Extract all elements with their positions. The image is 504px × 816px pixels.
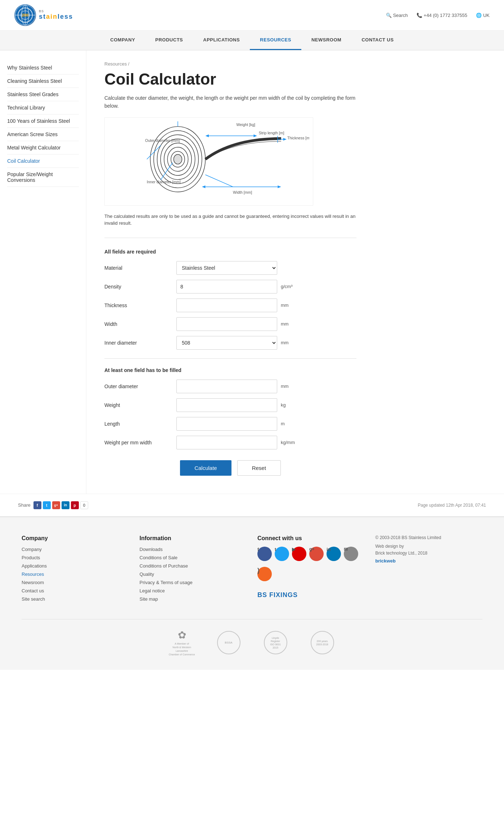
- width-input[interactable]: [176, 317, 277, 331]
- sidebar-item-screw-sizes[interactable]: American Screw Sizes: [7, 128, 79, 141]
- material-select[interactable]: Stainless Steel Aluminium Copper Brass: [176, 261, 277, 275]
- search-icon: 🔍: [386, 13, 392, 18]
- share-facebook[interactable]: f: [33, 501, 41, 509]
- density-label: Density: [104, 284, 176, 290]
- footer-logos: ✿ A Member ofNorth & WesternLancashireCh…: [22, 619, 482, 659]
- outer-diameter-unit: mm: [281, 384, 289, 389]
- reset-button[interactable]: Reset: [237, 460, 281, 476]
- footer-company-col: Company Company Products Applications Re…: [22, 535, 129, 605]
- sidebar-item-why-stainless[interactable]: Why Stainless Steel: [7, 61, 79, 75]
- iso-cert: LloydsRegisterISO 90012015: [264, 631, 287, 654]
- footer-link-conditions-sale[interactable]: Conditions of Sale: [140, 555, 247, 560]
- footer-link-applications[interactable]: Applications: [22, 563, 129, 569]
- logo-brand: stainless: [39, 13, 73, 21]
- globe-icon: 🌐: [476, 13, 482, 18]
- breadcrumb-parent[interactable]: Resources: [104, 61, 127, 67]
- footer-grid: Company Company Products Applications Re…: [22, 535, 482, 605]
- footer-link-quality[interactable]: Quality: [140, 571, 247, 577]
- share-bar: Share f t g+ in p 0 Page updated 12th Ap…: [0, 494, 504, 516]
- footer-link-company[interactable]: Company: [22, 547, 129, 552]
- weight-input[interactable]: [176, 398, 277, 412]
- material-row: Material Stainless Steel Aluminium Coppe…: [104, 261, 356, 275]
- sidebar-item-coil-calc[interactable]: Coil Calculator: [7, 154, 79, 168]
- uk-link[interactable]: 🌐 UK: [476, 13, 490, 18]
- sidebar-item-grades[interactable]: Stainless Steel Grades: [7, 88, 79, 101]
- years-cert: 200 years2003-2018: [311, 631, 334, 654]
- sidebar-item-cleaning[interactable]: Cleaning Stainless Steel: [7, 75, 79, 88]
- sidebar-item-weight-calc[interactable]: Metal Weight Calculator: [7, 141, 79, 154]
- footer-link-conditions-purchase[interactable]: Conditions of Purchase: [140, 563, 247, 569]
- search-link[interactable]: 🔍 Search: [386, 13, 408, 18]
- share-linkedin[interactable]: in: [62, 501, 69, 509]
- footer-link-newsroom[interactable]: Newsroom: [22, 580, 129, 585]
- footer-link-sitemap[interactable]: Site map: [140, 596, 247, 602]
- footer-link-resources[interactable]: Resources: [22, 571, 129, 577]
- weight-label: Weight: [104, 402, 176, 408]
- sidebar-item-technical-library[interactable]: Technical Library: [7, 101, 79, 115]
- footer-link-downloads[interactable]: Downloads: [140, 547, 247, 552]
- length-row: Length m: [104, 417, 356, 431]
- share-google-plus[interactable]: g+: [52, 501, 60, 509]
- sidebar-item-conversions[interactable]: Popular Size/Weight Conversions: [7, 168, 79, 187]
- top-header: 200 BS stainless 🔍 Search 📞 +44 (0) 1772…: [0, 0, 504, 31]
- footer-link-legal[interactable]: Legal notice: [140, 588, 247, 593]
- nav-resources[interactable]: RESOURCES: [250, 31, 301, 50]
- calculate-button[interactable]: Calculate: [180, 460, 231, 476]
- chamber-icon: ✿: [178, 629, 186, 641]
- bssa-label: BSSA: [225, 641, 232, 645]
- length-input[interactable]: [176, 417, 277, 431]
- connect-email[interactable]: ✉: [344, 547, 358, 561]
- region-label: UK: [483, 13, 490, 18]
- copyright-text: © 2003-2018 BS Stainless Limited: [375, 535, 483, 540]
- share-twitter[interactable]: t: [43, 501, 51, 509]
- sidebar-item-100-years[interactable]: 100 Years of Stainless Steel: [7, 115, 79, 128]
- breadcrumb-separator: /: [128, 61, 130, 67]
- thickness-input[interactable]: [176, 299, 277, 312]
- connect-facebook[interactable]: f: [257, 547, 272, 561]
- svg-text:Width [mm]: Width [mm]: [233, 190, 252, 194]
- connect-twitter[interactable]: t: [275, 547, 289, 561]
- intro-text: Calculate the outer diameter, the weight…: [104, 94, 356, 110]
- svg-point-15: [174, 154, 182, 164]
- footer-copyright-col: © 2003-2018 BS Stainless Limited Web des…: [375, 535, 483, 605]
- density-unit: g/cm³: [281, 284, 293, 289]
- weight-per-mm-input[interactable]: [176, 436, 277, 449]
- disclaimer-text: The calculated results are only to be us…: [104, 213, 356, 227]
- share-pinterest[interactable]: p: [71, 501, 79, 509]
- footer-company-heading: Company: [22, 535, 129, 542]
- footer-link-products[interactable]: Products: [22, 555, 129, 560]
- density-input[interactable]: [176, 280, 277, 293]
- nav-applications[interactable]: APPLICATIONS: [193, 31, 250, 50]
- connect-youtube[interactable]: ▶: [292, 547, 306, 561]
- chamber-text: A Member ofNorth & WesternLancashireCham…: [169, 642, 195, 656]
- connect-linkedin[interactable]: in: [327, 547, 341, 561]
- btn-row: Calculate Reset: [104, 460, 356, 476]
- weight-unit: kg: [281, 402, 286, 408]
- nav-company[interactable]: COMPANY: [100, 31, 145, 50]
- footer-link-privacy[interactable]: Privacy & Terms of usage: [140, 580, 247, 585]
- footer-link-contact[interactable]: Contact us: [22, 588, 129, 593]
- bs-fixings-logo[interactable]: BS FIXINGS: [257, 591, 365, 599]
- outer-diameter-input[interactable]: [176, 380, 277, 393]
- iso-label: LloydsRegisterISO 90012015: [270, 636, 281, 649]
- phone-link[interactable]: 📞 +44 (0) 1772 337555: [417, 13, 467, 18]
- footer-info-heading: Information: [140, 535, 247, 542]
- connect-icons: f t ▶ g+ in ✉ ): [257, 547, 365, 584]
- footer-connect-heading: Connect with us: [257, 535, 365, 542]
- connect-rss[interactable]: ): [257, 567, 272, 581]
- share-count: 0: [80, 501, 88, 509]
- length-unit: m: [281, 421, 285, 426]
- nav-newsroom[interactable]: NEWSROOM: [301, 31, 351, 50]
- svg-text:Thickness [mm]: Thickness [mm]: [287, 136, 309, 140]
- brickweb-link[interactable]: brickweb: [375, 558, 483, 564]
- inner-diameter-select[interactable]: 508 406 610: [176, 336, 277, 350]
- width-label: Width: [104, 321, 176, 327]
- logo[interactable]: 200 BS stainless: [14, 4, 73, 26]
- nav-contact[interactable]: CONTACT US: [351, 31, 404, 50]
- width-row: Width mm: [104, 317, 356, 331]
- connect-google-plus[interactable]: g+: [309, 547, 324, 561]
- search-label: Search: [393, 13, 408, 18]
- logo-circle: 200: [14, 4, 36, 26]
- footer-link-site-search[interactable]: Site search: [22, 596, 129, 602]
- nav-products[interactable]: PRODUCTS: [145, 31, 193, 50]
